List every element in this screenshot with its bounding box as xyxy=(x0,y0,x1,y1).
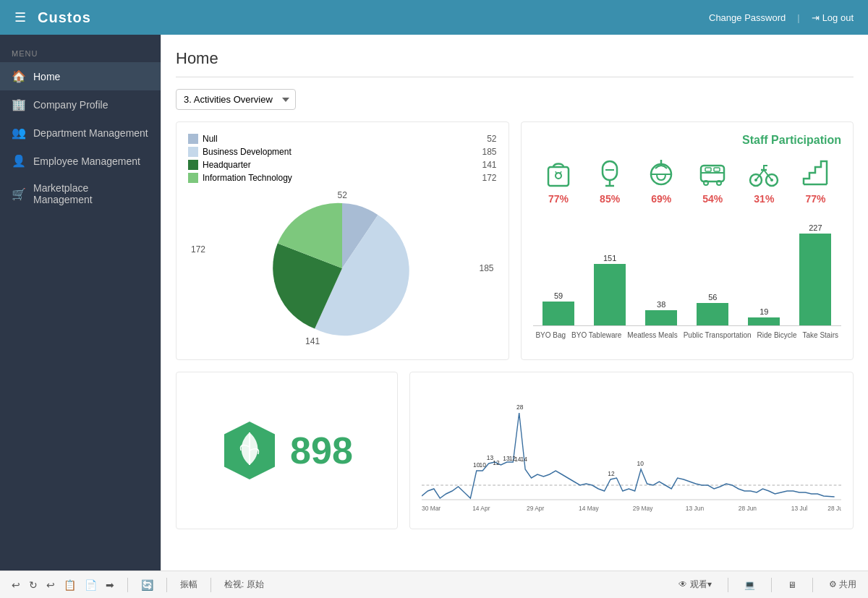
svg-text:13 Jun: 13 Jun xyxy=(686,505,704,512)
monitor-icon[interactable]: 🖥 xyxy=(788,580,796,590)
app-title: Custos xyxy=(38,9,91,26)
activities-dropdown[interactable]: 3. Activities Overview 1. Overview 2. Su… xyxy=(176,89,296,110)
legend-color-null xyxy=(188,134,198,144)
bar-label-3: Public Transportation xyxy=(684,330,752,340)
change-password-link[interactable]: Change Password xyxy=(709,12,786,23)
svg-text:12: 12 xyxy=(608,470,615,477)
bar-rect-meatless-meals xyxy=(645,310,677,325)
bar-col-byo-bag: 59 xyxy=(533,291,584,325)
legend-color-business xyxy=(188,147,198,157)
activity-byo-tableware: 85% xyxy=(592,155,627,205)
legend-value-it: 172 xyxy=(482,173,496,183)
staff-participation-title: Staff Participation xyxy=(533,134,842,147)
public-transport-icon xyxy=(695,155,730,190)
sidebar-item-company-label: Company Profile xyxy=(33,99,109,111)
activity-ride-bicycle: 31% xyxy=(746,155,781,205)
statusbar-divider-6 xyxy=(812,578,813,592)
legend-color-hq xyxy=(188,160,198,170)
line-chart-panel: 30 Mar 14 Apr 29 Apr 14 May 29 May 13 Ju… xyxy=(409,372,854,529)
svg-point-20 xyxy=(770,179,773,181)
svg-text:14 May: 14 May xyxy=(579,505,599,512)
bar-col-ride-bicycle: 19 xyxy=(739,307,790,325)
pie-svg xyxy=(270,196,414,341)
pie-legend: Null 52 Business Development 185 Headqua… xyxy=(188,134,497,183)
menu-label: Menu xyxy=(0,42,161,62)
bar-col-take-stairs: 227 xyxy=(790,223,841,325)
sidebar-item-department-label: Department Management xyxy=(33,127,148,139)
bar-col-byo-tableware: 151 xyxy=(584,254,636,325)
watch-button[interactable]: 👁 观看▾ xyxy=(678,578,711,591)
bar-value-take-stairs: 227 xyxy=(809,223,822,232)
bar-value-meatless-meals: 38 xyxy=(657,300,665,309)
bar-rect-public-transport xyxy=(697,303,728,325)
legend-value-hq: 141 xyxy=(482,160,496,170)
svg-text:29 May: 29 May xyxy=(633,505,653,512)
public-transport-pct: 54% xyxy=(702,193,723,205)
pie-label-left: 172 xyxy=(191,244,205,255)
byo-bag-pct: 77% xyxy=(548,193,569,205)
statusbar-divider-5 xyxy=(771,578,772,592)
logout-link[interactable]: ⇥ Log out xyxy=(812,12,854,23)
pie-label-right: 185 xyxy=(479,263,493,273)
bar-label-4: Ride Bicycle xyxy=(757,330,797,340)
legend-value-business: 185 xyxy=(482,147,496,157)
svg-rect-16 xyxy=(714,168,720,171)
logout-label: Log out xyxy=(822,12,854,23)
redo-icon[interactable]: ↻ xyxy=(29,579,38,591)
svg-text:28 Jul: 28 Jul xyxy=(827,505,841,512)
pie-chart: 52 185 141 172 xyxy=(188,189,497,348)
sidebar-item-home[interactable]: 🏠 Home xyxy=(0,62,161,90)
bar-label-1: BYO Tableware xyxy=(571,330,621,340)
bar-labels-row: BYO Bag BYO Tableware Meatless Meals Pub… xyxy=(533,328,842,340)
doc-icon[interactable]: 📄 xyxy=(85,579,97,591)
ride-bicycle-pct: 31% xyxy=(754,193,774,205)
sidebar-item-employee-management[interactable]: 👤 Employee Management xyxy=(0,147,161,175)
svg-text:10: 10 xyxy=(480,461,487,469)
svg-text:14 Apr: 14 Apr xyxy=(472,505,490,512)
company-icon: 🏢 xyxy=(12,98,26,111)
activity-icons-row: 77% 85% xyxy=(533,155,842,205)
statusbar-divider-1 xyxy=(127,578,128,592)
svg-text:29 Apr: 29 Apr xyxy=(527,505,544,512)
pie-chart-panel: Null 52 Business Development 185 Headqua… xyxy=(176,121,509,360)
content-area: Home 3. Activities Overview 1. Overview … xyxy=(161,35,868,571)
bar-rect-take-stairs xyxy=(799,234,831,325)
back-icon[interactable]: ↩ xyxy=(46,579,55,591)
statusbar: ↩ ↻ ↩ 📋 📄 ➡ 🔄 振幅 检视: 原始 👁 观看▾ 💻 🖥 ⚙ 共用 xyxy=(0,571,868,598)
logout-icon: ⇥ xyxy=(812,12,820,23)
share-button[interactable]: ⚙ 共用 xyxy=(829,578,856,591)
activity-public-transport: 54% xyxy=(695,155,730,205)
statusbar-right: 👁 观看▾ 💻 🖥 ⚙ 共用 xyxy=(678,578,856,592)
svg-text:12: 12 xyxy=(493,459,500,466)
meatless-meals-icon xyxy=(644,155,678,190)
activity-take-stairs: 77% xyxy=(798,155,833,205)
employee-icon: 👤 xyxy=(12,154,26,168)
sidebar-item-marketplace-management[interactable]: 🛒 Marketplace Management xyxy=(0,175,161,213)
legend-it: Information Technology 172 xyxy=(188,173,497,183)
refresh-icon[interactable]: 🔄 xyxy=(141,579,153,591)
sidebar-item-company-profile[interactable]: 🏢 Company Profile xyxy=(0,90,161,119)
bar-label-2: Meatless Meals xyxy=(627,330,677,340)
line-chart-svg: 30 Mar 14 Apr 29 Apr 14 May 29 May 13 Ju… xyxy=(422,384,841,514)
svg-point-19 xyxy=(754,179,757,181)
svg-text:28: 28 xyxy=(516,403,524,411)
pie-label-top: 52 xyxy=(338,190,347,200)
hamburger-icon[interactable]: ☰ xyxy=(14,9,26,25)
svg-rect-0 xyxy=(548,167,569,186)
screen-icon[interactable]: 💻 xyxy=(744,580,755,590)
bar-value-public-transport: 56 xyxy=(708,293,717,302)
undo-icon[interactable]: ↩ xyxy=(12,579,20,591)
legend-label-business: Business Development xyxy=(203,147,292,157)
sidebar-item-department-management[interactable]: 👥 Department Management xyxy=(0,119,161,147)
staff-participation-panel: Staff Participation 77% xyxy=(521,121,854,360)
bar-label-5: Take Stairs xyxy=(803,330,838,340)
bar-rect-byo-tableware xyxy=(594,264,626,325)
arrow-icon[interactable]: ➡ xyxy=(106,579,114,591)
bar-value-ride-bicycle: 19 xyxy=(760,307,768,316)
byo-tableware-icon xyxy=(592,155,627,190)
bar-value-byo-tableware: 151 xyxy=(603,254,616,262)
clipboard-icon[interactable]: 📋 xyxy=(64,579,76,591)
main-layout: Menu 🏠 Home 🏢 Company Profile 👥 Departme… xyxy=(0,35,868,571)
legend-label-it: Information Technology xyxy=(203,173,292,183)
bar-rect-byo-bag xyxy=(542,302,574,325)
